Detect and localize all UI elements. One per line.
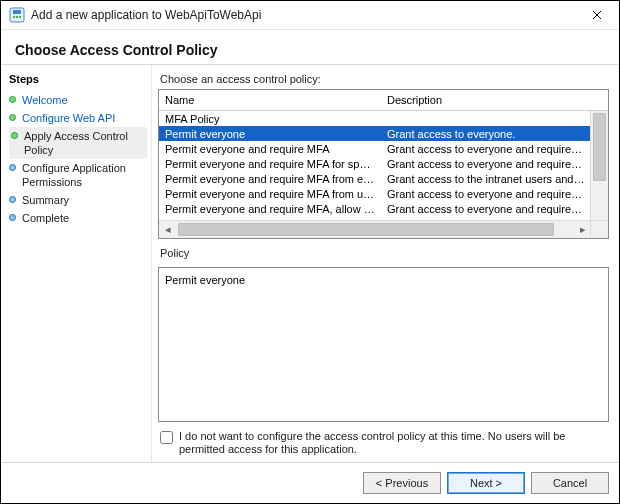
policy-row[interactable]: Permit everyone and require MFA, allow a… xyxy=(159,201,591,216)
skip-policy-option[interactable]: I do not want to configure the access co… xyxy=(158,430,609,456)
scroll-corner xyxy=(590,220,608,238)
steps-sidebar: Steps WelcomeConfigure Web APIApply Acce… xyxy=(1,65,151,462)
policy-row-description: Grant access to everyone. xyxy=(381,128,591,140)
main-panel: Choose an access control policy: Name De… xyxy=(151,65,619,462)
column-header-description[interactable]: Description xyxy=(381,94,579,106)
title-bar: Add a new application to WebApiToWebApi xyxy=(1,1,619,30)
step-label: Summary xyxy=(22,193,69,207)
step-bullet-icon xyxy=(9,214,16,221)
policy-row-name: Permit everyone and require MFA xyxy=(159,143,381,155)
close-icon xyxy=(592,10,602,20)
policy-row-description: Grant access to everyone and require MFA… xyxy=(381,143,591,155)
step-complete[interactable]: Complete xyxy=(9,209,147,227)
steps-title: Steps xyxy=(9,73,147,85)
step-label: Configure Web API xyxy=(22,111,115,125)
step-welcome[interactable]: Welcome xyxy=(9,91,147,109)
policy-row-description: Grant access to everyone and require MFA… xyxy=(381,188,591,200)
skip-policy-checkbox[interactable] xyxy=(160,431,173,444)
step-configure-web-api[interactable]: Configure Web API xyxy=(9,109,147,127)
step-summary[interactable]: Summary xyxy=(9,191,147,209)
next-button[interactable]: Next > xyxy=(447,472,525,494)
policy-label: Policy xyxy=(160,247,609,259)
step-configure-application-permissions[interactable]: Configure Application Permissions xyxy=(9,159,147,191)
policy-details-text: Permit everyone xyxy=(165,274,245,286)
policy-row[interactable]: Permit everyone and require MFAGrant acc… xyxy=(159,141,591,156)
policy-list-header[interactable]: Name Description xyxy=(159,90,608,111)
svg-point-3 xyxy=(16,16,18,18)
step-bullet-icon xyxy=(9,96,16,103)
column-header-name[interactable]: Name xyxy=(159,94,381,106)
step-bullet-icon xyxy=(11,132,18,139)
step-apply-access-control-policy[interactable]: Apply Access Control Policy xyxy=(9,127,147,159)
scroll-right-arrow[interactable]: ▸ xyxy=(574,221,591,238)
close-button[interactable] xyxy=(581,4,613,26)
policy-row-description: Grant access to the intranet users and r… xyxy=(381,173,591,185)
svg-point-2 xyxy=(13,16,15,18)
choose-policy-label: Choose an access control policy: xyxy=(160,73,609,85)
wizard-footer: < Previous Next > Cancel xyxy=(1,462,619,503)
chevron-left-icon: ◂ xyxy=(165,223,171,236)
policy-list[interactable]: Name Description MFA PolicyPermit everyo… xyxy=(158,89,609,239)
scroll-left-arrow[interactable]: ◂ xyxy=(159,221,176,238)
chevron-right-icon: ▸ xyxy=(580,223,586,236)
step-bullet-icon xyxy=(9,164,16,171)
policy-row-name: Permit everyone and require MFA from una… xyxy=(159,188,381,200)
step-label: Complete xyxy=(22,211,69,225)
svg-point-4 xyxy=(19,16,21,18)
step-label: Apply Access Control Policy xyxy=(24,129,145,157)
policy-row[interactable]: Permit everyoneGrant access to everyone. xyxy=(159,126,591,141)
page-header: Choose Access Control Policy xyxy=(1,30,619,64)
policy-row-name: Permit everyone xyxy=(159,128,381,140)
step-label: Configure Application Permissions xyxy=(22,161,147,189)
policy-row[interactable]: MFA Policy xyxy=(159,111,591,126)
policy-row-name: Permit everyone and require MFA, allow a… xyxy=(159,203,381,215)
step-label: Welcome xyxy=(22,93,68,107)
policy-details: Permit everyone xyxy=(158,267,609,422)
app-icon xyxy=(9,7,25,23)
svg-rect-1 xyxy=(13,10,21,14)
horizontal-scrollbar[interactable]: ◂ ▸ xyxy=(159,220,591,238)
step-bullet-icon xyxy=(9,196,16,203)
wizard-window: Add a new application to WebApiToWebApi … xyxy=(0,0,620,504)
wizard-body: Steps WelcomeConfigure Web APIApply Acce… xyxy=(1,64,619,462)
policy-row-name: Permit everyone and require MFA for spec… xyxy=(159,158,381,170)
policy-row-description: Grant access to everyone and require MFA… xyxy=(381,203,591,215)
vertical-scroll-thumb[interactable] xyxy=(593,113,606,181)
vertical-scrollbar[interactable] xyxy=(590,111,608,221)
policy-row-name: Permit everyone and require MFA from ext… xyxy=(159,173,381,185)
policy-row-description: Grant access to everyone and require MFA… xyxy=(381,158,591,170)
window-title: Add a new application to WebApiToWebApi xyxy=(31,8,581,22)
policy-row[interactable]: Permit everyone and require MFA from una… xyxy=(159,186,591,201)
horizontal-scroll-thumb[interactable] xyxy=(178,223,554,236)
skip-policy-text: I do not want to configure the access co… xyxy=(179,430,607,456)
policy-row[interactable]: Permit everyone and require MFA for spec… xyxy=(159,156,591,171)
cancel-button[interactable]: Cancel xyxy=(531,472,609,494)
previous-button[interactable]: < Previous xyxy=(363,472,441,494)
step-bullet-icon xyxy=(9,114,16,121)
policy-row[interactable]: Permit everyone and require MFA from ext… xyxy=(159,171,591,186)
policy-row-name: MFA Policy xyxy=(159,113,381,125)
